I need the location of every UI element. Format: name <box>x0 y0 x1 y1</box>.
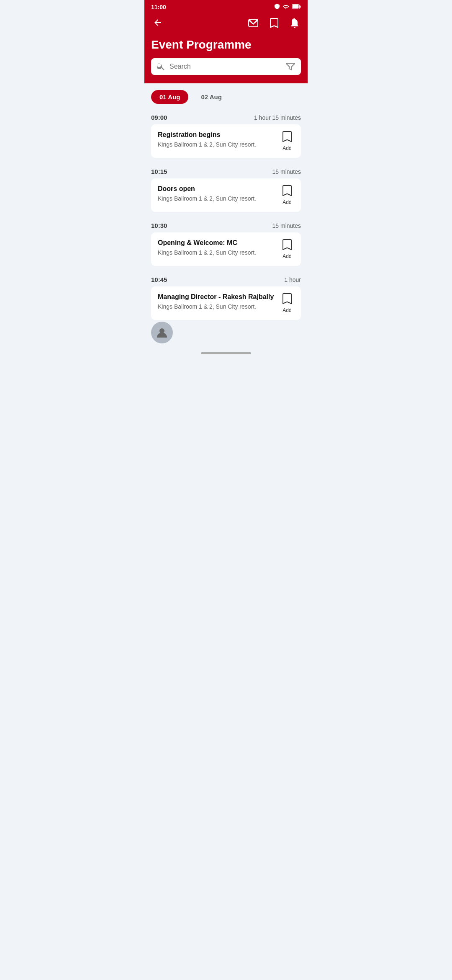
event-location-1: Kings Ballroom 1 & 2, Sun City resort. <box>158 195 276 202</box>
search-bar <box>151 58 301 75</box>
event-location-3: Kings Ballroom 1 & 2, Sun City resort. <box>158 303 276 310</box>
event-time-row-1: 10:15 15 minutes <box>151 163 301 178</box>
event-card-3: Managing Director - Rakesh Rajbally King… <box>151 286 301 320</box>
event-time-row-0: 09:00 1 hour 15 minutes <box>151 109 301 124</box>
home-indicator <box>144 347 308 359</box>
event-time-1: 10:15 <box>151 168 167 175</box>
add-label-2: Add <box>282 253 291 259</box>
bookmark-icon-3 <box>282 293 292 307</box>
event-title-2: Opening & Welcome: MC <box>158 239 276 247</box>
event-time-row-3: 10:45 1 hour <box>151 271 301 286</box>
event-section-1030: 10:30 15 minutes Opening & Welcome: MC K… <box>144 217 308 271</box>
date-tab-02aug[interactable]: 02 Aug <box>193 90 230 104</box>
event-duration-3: 1 hour <box>284 276 301 283</box>
header: Event Programme <box>144 13 308 83</box>
svg-rect-1 <box>300 6 301 8</box>
bookmark-icon-2 <box>282 239 292 253</box>
back-button[interactable] <box>151 16 164 31</box>
event-card-content-2: Opening & Welcome: MC Kings Ballroom 1 &… <box>158 239 276 256</box>
add-button-1[interactable]: Add <box>276 185 294 205</box>
event-card-0: Registration begins Kings Ballroom 1 & 2… <box>151 124 301 158</box>
add-button-0[interactable]: Add <box>276 131 294 151</box>
bookmark-header-button[interactable] <box>268 16 280 31</box>
event-section-0900: 09:00 1 hour 15 minutes Registration beg… <box>144 109 308 163</box>
page-title: Event Programme <box>151 38 301 52</box>
status-bar: 11:00 <box>144 0 308 13</box>
event-time-2: 10:30 <box>151 222 167 229</box>
event-title-1: Doors open <box>158 185 276 193</box>
add-label-1: Add <box>282 199 291 205</box>
bookmark-icon-1 <box>282 185 292 199</box>
event-duration-0: 1 hour 15 minutes <box>254 114 301 121</box>
notification-button[interactable] <box>288 16 301 31</box>
event-card-2: Opening & Welcome: MC Kings Ballroom 1 &… <box>151 232 301 266</box>
date-tab-01aug[interactable]: 01 Aug <box>151 90 188 104</box>
wifi-icon <box>282 4 289 10</box>
add-button-3[interactable]: Add <box>276 293 294 313</box>
event-title-3: Managing Director - Rakesh Rajbally <box>158 293 276 301</box>
filter-icon[interactable] <box>286 63 295 70</box>
event-time-row-2: 10:30 15 minutes <box>151 217 301 232</box>
speaker-avatar[interactable] <box>151 322 173 343</box>
event-card-content-3: Managing Director - Rakesh Rajbally King… <box>158 293 276 310</box>
home-bar <box>201 352 251 354</box>
event-time-0: 09:00 <box>151 114 167 121</box>
date-tabs: 01 Aug 02 Aug <box>144 83 308 109</box>
search-icon <box>157 62 165 71</box>
event-location-0: Kings Ballroom 1 & 2, Sun City resort. <box>158 141 276 148</box>
event-section-1045: 10:45 1 hour Managing Director - Rakesh … <box>144 271 308 347</box>
event-card-content-0: Registration begins Kings Ballroom 1 & 2… <box>158 131 276 148</box>
shield-icon <box>274 3 280 11</box>
add-button-2[interactable]: Add <box>276 239 294 259</box>
battery-icon <box>292 4 301 10</box>
event-title-0: Registration begins <box>158 131 276 139</box>
add-label-0: Add <box>282 145 291 151</box>
event-card-1: Doors open Kings Ballroom 1 & 2, Sun Cit… <box>151 178 301 212</box>
event-section-1015: 10:15 15 minutes Doors open Kings Ballro… <box>144 163 308 217</box>
mail-button[interactable] <box>247 17 260 30</box>
header-actions <box>247 16 301 31</box>
bookmark-icon-0 <box>282 131 292 144</box>
header-top <box>151 16 301 31</box>
add-label-3: Add <box>282 307 291 313</box>
event-duration-1: 15 minutes <box>272 168 301 175</box>
event-card-content-1: Doors open Kings Ballroom 1 & 2, Sun Cit… <box>158 185 276 202</box>
event-duration-2: 15 minutes <box>272 222 301 229</box>
status-icons <box>274 3 301 11</box>
search-input[interactable] <box>170 63 282 70</box>
event-time-3: 10:45 <box>151 276 167 283</box>
event-location-2: Kings Ballroom 1 & 2, Sun City resort. <box>158 249 276 256</box>
status-time: 11:00 <box>151 4 166 10</box>
content: 01 Aug 02 Aug 09:00 1 hour 15 minutes Re… <box>144 83 308 347</box>
svg-rect-2 <box>293 5 299 9</box>
